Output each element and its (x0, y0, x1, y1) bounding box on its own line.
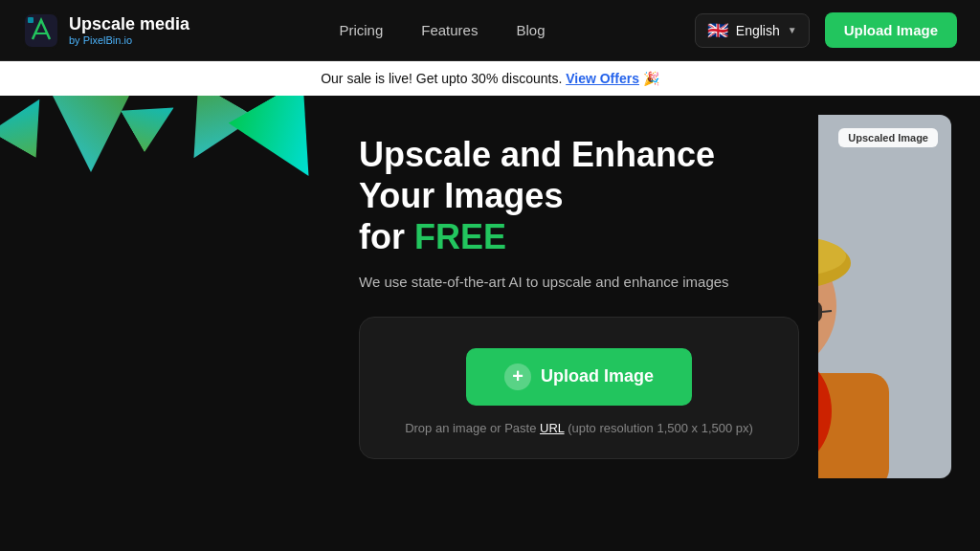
upload-btn-label: Upload Image (541, 366, 654, 386)
logo-area[interactable]: Upscale media by PixelBin.io (23, 12, 189, 49)
promo-banner: Our sale is live! Get upto 30% discounts… (0, 61, 980, 96)
banner-text: Our sale is live! Get upto 30% discounts… (321, 71, 562, 86)
logo-text: Upscale media by PixelBin.io (69, 14, 189, 46)
decorative-triangle-1 (0, 96, 62, 158)
logo-sub: by PixelBin.io (69, 34, 189, 46)
url-link[interactable]: URL (540, 421, 565, 435)
decorative-triangle-3 (121, 96, 186, 152)
upload-image-button-main[interactable]: + Upload Image (466, 348, 692, 406)
logo-icon (23, 12, 59, 49)
nav-links: Pricing Features Blog (339, 22, 545, 38)
logo-name: Upscale media (69, 14, 189, 34)
banner-link[interactable]: View Offers (566, 71, 639, 86)
upload-box: + Upload Image Drop an image or Paste UR… (359, 317, 799, 459)
nav-link-features[interactable]: Features (421, 22, 478, 38)
hero-left: Upscale and Enhance Your Images for FREE… (330, 96, 818, 547)
decorative-triangle-2 (53, 96, 129, 172)
plus-icon: + (504, 364, 531, 390)
hero-title-line1: Upscale and Enhance Your Images (359, 135, 715, 215)
hero-subtitle: We use state-of-the-art AI to upscale an… (359, 274, 799, 290)
language-label: English (736, 23, 780, 38)
upload-hint-prefix: Drop an image or Paste (405, 421, 540, 435)
navbar: Upscale media by PixelBin.io Pricing Fea… (0, 0, 980, 61)
upscaled-badge: Upscaled Image (838, 128, 938, 147)
hero-title-free: FREE (414, 217, 506, 256)
comparison-photo (818, 115, 951, 478)
svg-rect-2 (28, 17, 33, 23)
image-comparison: Upscaled Image ⟺ (818, 115, 951, 478)
banner-emoji: 🎉 (643, 71, 659, 86)
upload-hint: Drop an image or Paste URL (upto resolut… (405, 421, 753, 435)
upload-hint-suffix: (upto resolution 1,500 x 1,500 px) (565, 421, 753, 435)
hero-title-line2: for (359, 217, 414, 256)
hero-title: Upscale and Enhance Your Images for FREE (359, 134, 799, 258)
nav-link-blog[interactable]: Blog (516, 22, 545, 38)
upload-image-button-nav[interactable]: Upload Image (825, 12, 957, 48)
nav-link-pricing[interactable]: Pricing (339, 22, 383, 38)
flag-icon: 🇬🇧 (707, 20, 728, 41)
chevron-down-icon: ▼ (788, 25, 797, 35)
svg-line-15 (822, 311, 832, 312)
nav-right: 🇬🇧 English ▼ Upload Image (695, 12, 957, 48)
hero-section: Upscale and Enhance Your Images for FREE… (0, 96, 980, 547)
decorative-triangle-4 (165, 96, 256, 175)
hero-right: Upscaled Image ⟺ (818, 96, 980, 547)
language-selector[interactable]: 🇬🇧 English ▼ (695, 13, 810, 48)
